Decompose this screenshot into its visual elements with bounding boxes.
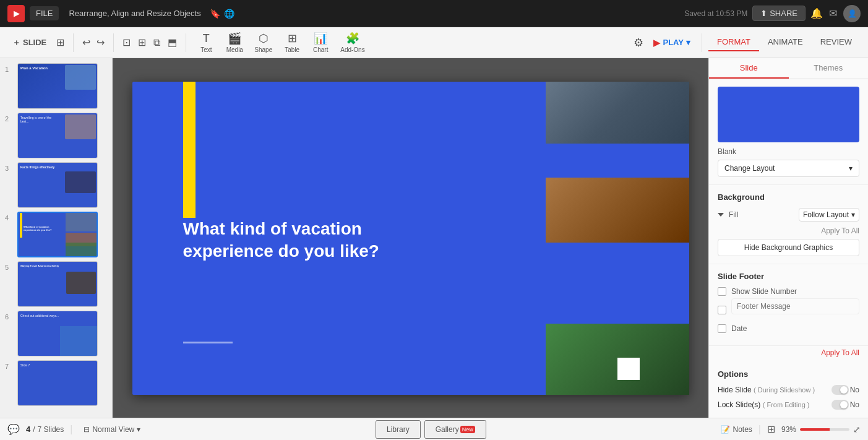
slide-thumbnail-4[interactable]: 4 What kind of vacation experience do yo… [5, 212, 107, 257]
share-icon: ⬆ [760, 9, 767, 18]
show-slide-number-label: Show Slide Number [731, 287, 797, 296]
slide-num-6: 6 [5, 313, 14, 321]
bookmark-icon[interactable]: 🔖 [210, 9, 220, 19]
options-section: Options Hide Slide ( During Slideshow ) … [709, 362, 868, 418]
file-button[interactable]: FILE [30, 6, 59, 20]
slide-thumbnail-7[interactable]: 7 Slide 7 [5, 360, 107, 406]
follow-layout-select[interactable]: Follow Layout ▾ [799, 208, 859, 222]
zoom-slider[interactable] [800, 428, 849, 431]
media-tool[interactable]: 🎬 Media [221, 29, 248, 56]
table-tool[interactable]: ⊞ Table [278, 29, 306, 56]
follow-layout-arrow: ▾ [851, 210, 855, 219]
notes-label: Notes [733, 425, 752, 434]
slide-thumbnail-3[interactable]: 3 Facts things effectively [5, 162, 107, 208]
addons-tool[interactable]: 🧩 Add-Ons [335, 29, 369, 56]
avatar[interactable]: 👤 [843, 5, 861, 22]
redo-button[interactable]: ↪ [94, 34, 107, 51]
paste-button[interactable]: ⬒ [165, 34, 179, 51]
notes-button[interactable]: 📝 Notes [721, 425, 752, 434]
library-button[interactable]: Library [376, 420, 421, 439]
view-mode-arrow: ▾ [137, 425, 140, 434]
show-slide-number-checkbox[interactable] [718, 287, 726, 296]
hide-slide-thumb [840, 386, 848, 394]
undo-button[interactable]: ↩ [80, 34, 93, 51]
globe-icon[interactable]: 🌐 [224, 9, 234, 19]
change-layout-button[interactable]: Change Layout ▾ [718, 160, 859, 177]
hide-slide-toggle[interactable]: No [831, 385, 859, 395]
slide-thumbnail-1[interactable]: 1 Plan a Vacation [5, 63, 107, 109]
slide-label: SLIDE [23, 38, 46, 47]
slide-img-3: Facts things effectively [17, 162, 98, 208]
top-right-icons: 🔔 ✉ 👤 [810, 5, 861, 22]
lock-slide-thumb [840, 401, 848, 408]
page-indicator: 4 / 7 Slides [26, 425, 64, 434]
text-label: Text [200, 46, 212, 53]
text-tool[interactable]: T Text [192, 30, 220, 56]
play-arrow: ▾ [686, 38, 690, 47]
apply-all-red[interactable]: Apply To All [709, 348, 868, 362]
hide-slide-track[interactable] [831, 385, 849, 395]
slide-thumbnail-6[interactable]: 6 Check out additional ways... [5, 311, 107, 356]
document-title: Rearrange, Align and Resize Objects [69, 9, 200, 18]
canvas-area[interactable]: What kind of vacation experience do you … [113, 58, 708, 418]
review-tab[interactable]: REVIEW [812, 33, 861, 51]
gallery-button[interactable]: GalleryNew [424, 420, 486, 439]
slide-thumbnail-2[interactable]: 2 Travelling is one of the best... [5, 113, 107, 158]
date-checkbox[interactable] [718, 324, 726, 333]
slide-canvas: What kind of vacation experience do you … [132, 82, 689, 395]
slide-num-5: 5 [5, 264, 14, 271]
view-mode-icon: ⊟ [84, 425, 90, 434]
yellow-bar [183, 82, 196, 218]
mail-icon[interactable]: ✉ [829, 7, 837, 19]
slide-divider [183, 342, 233, 343]
divider-3 [186, 33, 186, 52]
date-row: Date [718, 324, 859, 333]
doc-icons: 🔖 🌐 [210, 9, 234, 19]
lock-slide-track[interactable] [831, 400, 849, 410]
grid-view-button[interactable]: ⊞ [54, 34, 67, 51]
panel-tab-themes[interactable]: Themes [789, 58, 869, 79]
view-mode-button[interactable]: ⊟ Normal View ▾ [84, 425, 140, 434]
slide-thumbnail-5[interactable]: 5 Staying Travel Awareness Safety [5, 261, 107, 307]
slide-num-3: 3 [5, 165, 14, 172]
notification-icon[interactable]: 🔔 [810, 7, 823, 19]
lock-slide-toggle[interactable]: No [831, 400, 859, 410]
hide-slide-row: Hide Slide ( During Slideshow ) No [718, 385, 859, 395]
footer-message-input[interactable] [731, 298, 859, 314]
change-layout-label: Change Layout [724, 164, 775, 173]
play-label: PLAY [663, 38, 683, 47]
master-view-button[interactable]: ⊡ [120, 34, 133, 51]
format-tabs: FORMAT ANIMATE REVIEW [708, 33, 861, 51]
hide-background-button[interactable]: Hide Background Graphics [718, 239, 859, 256]
apply-to-all-text[interactable]: Apply To All [718, 226, 859, 235]
layout-section: Blank Change Layout ▾ [709, 79, 868, 185]
play-icon: ▶ [653, 38, 660, 48]
footer-message-checkbox[interactable] [718, 306, 726, 314]
panel-tab-slide[interactable]: Slide [709, 58, 789, 79]
slide-num-7: 7 [5, 363, 14, 370]
view-mode-label: Normal View [92, 425, 134, 434]
animate-tab[interactable]: ANIMATE [759, 33, 812, 51]
play-button[interactable]: ▶ PLAY ▾ [648, 35, 695, 50]
addons-icon: 🧩 [346, 32, 359, 45]
fill-expand-icon[interactable] [718, 213, 724, 217]
divider-1 [73, 33, 74, 52]
chat-icon[interactable]: 💬 [7, 423, 20, 435]
settings-button[interactable]: ⚙ [631, 33, 646, 52]
copy-button[interactable]: ⧉ [151, 35, 163, 51]
fit-icon[interactable]: ⊞ [767, 423, 775, 435]
saved-status: Saved at 10:53 PM [684, 9, 747, 18]
format-tab[interactable]: FORMAT [708, 33, 759, 51]
slide-img-2: Travelling is one of the best... [17, 113, 98, 158]
fit-screen-icon[interactable]: ⤢ [853, 425, 861, 434]
chart-tool[interactable]: 📊 Chart [307, 29, 334, 56]
arrange-button[interactable]: ⊞ [135, 34, 148, 51]
shape-tool[interactable]: ⬡ Shape [249, 29, 277, 56]
share-button[interactable]: ⬆ SHARE [752, 6, 806, 21]
date-label: Date [731, 324, 747, 333]
fill-label: Fill [729, 210, 738, 219]
lock-slide-row: Lock Slide(s) ( From Editing ) No [718, 400, 859, 410]
add-slide-button[interactable]: ＋ SLIDE [7, 35, 51, 51]
footer-title: Slide Footer [718, 272, 859, 281]
show-slide-number-row: Show Slide Number [718, 287, 859, 296]
